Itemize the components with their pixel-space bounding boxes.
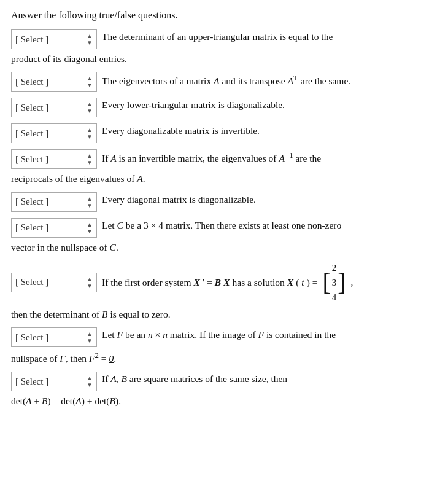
bracket-right: ]: [338, 270, 346, 295]
question-8: [ Select ] ▲ ▼ If the first order system…: [11, 260, 437, 321]
select-7-label: [ Select ]: [15, 222, 83, 233]
question-6: [ Select ] ▲ ▼ Every diagonal matrix is …: [11, 192, 437, 212]
question-10-continuation: det(A + B) = det(A) + det(B).: [11, 394, 437, 408]
question-7-continuation: vector in the nullspace of C.: [11, 240, 437, 254]
question-5-text: If A is an invertible matrix, the eigenv…: [102, 149, 437, 165]
question-1: [ Select ] ▲ ▼ The determinant of an upp…: [11, 29, 437, 66]
select-5[interactable]: [ Select ] ▲ ▼: [11, 149, 97, 169]
select-3[interactable]: [ Select ] ▲ ▼: [11, 98, 97, 117]
question-3-text: Every lower-triangular matrix is diagona…: [102, 98, 437, 112]
select-9-arrows: ▲ ▼: [87, 330, 93, 344]
select-4-arrows: ▲ ▼: [87, 127, 93, 140]
select-5-arrows: ▲ ▼: [87, 152, 93, 166]
select-2[interactable]: [ Select ] ▲ ▼: [11, 72, 97, 92]
question-5-continuation: reciprocals of the eigenvalues of A.: [11, 171, 437, 186]
select-1-arrows: ▲ ▼: [87, 33, 93, 46]
matrix-values: 2 3 4: [332, 260, 337, 305]
select-10-label: [ Select ]: [15, 377, 83, 387]
select-10-arrows: ▲ ▼: [87, 375, 93, 388]
select-2-arrows: ▲ ▼: [87, 75, 93, 88]
select-8[interactable]: [ Select ] ▲ ▼: [11, 273, 97, 292]
question-4: [ Select ] ▲ ▼ Every diagonalizable matr…: [11, 123, 437, 143]
select-4-label: [ Select ]: [15, 128, 83, 139]
question-7-text: Let C be a 3 × 4 matrix. Then there exis…: [102, 218, 437, 232]
question-1-continuation: product of its diagonal entries.: [11, 52, 437, 66]
question-2: [ Select ] ▲ ▼ The eigenvectors of a mat…: [11, 72, 437, 92]
question-9: [ Select ] ▲ ▼ Let F be an n × n matrix.…: [11, 327, 437, 365]
select-9[interactable]: [ Select ] ▲ ▼: [11, 327, 97, 347]
question-10: [ Select ] ▲ ▼ If A, B are square matric…: [11, 372, 437, 408]
matrix-vector: [ 2 3 4 ]: [322, 260, 346, 305]
select-7-arrows: ▲ ▼: [87, 221, 93, 235]
question-3: [ Select ] ▲ ▼ Every lower-triangular ma…: [11, 98, 437, 117]
question-6-text: Every diagonal matrix is diagonalizable.: [102, 192, 437, 206]
question-9-text: Let F be an n × n matrix. If the image o…: [102, 327, 437, 342]
select-7[interactable]: [ Select ] ▲ ▼: [11, 218, 97, 238]
question-5: [ Select ] ▲ ▼ If A is an invertible mat…: [11, 149, 437, 186]
intro-text: Answer the following true/false question…: [11, 10, 437, 21]
select-6[interactable]: [ Select ] ▲ ▼: [11, 192, 97, 212]
question-10-text: If A, B are square matrices of the same …: [102, 372, 437, 386]
question-2-text: The eigenvectors of a matrix A and its t…: [102, 72, 437, 88]
question-4-text: Every diagonalizable matrix is invertibl…: [102, 123, 437, 138]
question-9-continuation: nullspace of F, then F2 = 0.: [11, 350, 437, 365]
select-3-label: [ Select ]: [15, 103, 83, 113]
select-6-arrows: ▲ ▼: [87, 195, 93, 209]
select-4[interactable]: [ Select ] ▲ ▼: [11, 123, 97, 143]
select-8-label: [ Select ]: [15, 277, 83, 287]
bracket-left: [: [322, 270, 330, 295]
question-8-text: If the first order system X′ = BX has a …: [102, 260, 437, 305]
select-5-label: [ Select ]: [15, 154, 83, 165]
select-2-label: [ Select ]: [15, 77, 83, 87]
select-6-label: [ Select ]: [15, 197, 83, 207]
select-10[interactable]: [ Select ] ▲ ▼: [11, 372, 97, 391]
question-1-text: The determinant of an upper-triangular m…: [102, 29, 437, 44]
select-8-arrows: ▲ ▼: [87, 276, 93, 289]
question-8-continuation: then the determinant of B is equal to ze…: [11, 307, 437, 321]
select-9-label: [ Select ]: [15, 332, 83, 343]
question-7: [ Select ] ▲ ▼ Let C be a 3 × 4 matrix. …: [11, 218, 437, 254]
select-1-label: [ Select ]: [15, 34, 83, 45]
select-3-arrows: ▲ ▼: [87, 101, 93, 114]
select-1[interactable]: [ Select ] ▲ ▼: [11, 29, 97, 49]
